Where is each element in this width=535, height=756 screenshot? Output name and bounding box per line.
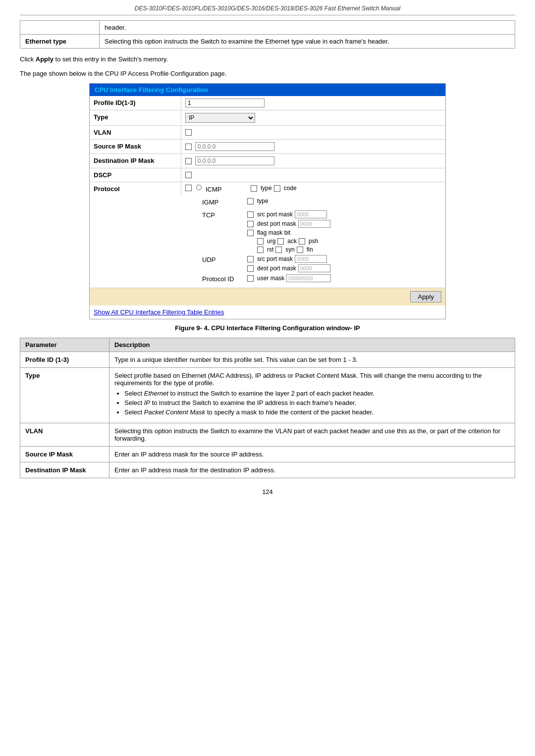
protocol-value: ICMP type code IGMP <box>181 182 445 288</box>
urg-label: urg <box>267 238 275 245</box>
igmp-name: IGMP <box>202 198 244 206</box>
source-ip-desc: Enter an IP address mask for the source … <box>109 447 515 462</box>
udp-dest-port-checkbox[interactable] <box>247 265 254 272</box>
apply-button[interactable]: Apply <box>410 291 441 302</box>
user-mask-input[interactable] <box>286 274 331 282</box>
tcp-name: TCP <box>202 210 244 219</box>
tcp-src-port-label: src port mask <box>257 211 293 218</box>
description-table: Parameter Description Profile ID (1-3) T… <box>20 338 515 478</box>
protocol-id-checkbox[interactable] <box>247 275 254 282</box>
udp-line: UDP src port mask dest port mask <box>185 255 441 272</box>
vlan-value <box>181 126 445 138</box>
dscp-value <box>181 168 445 181</box>
vlan-param: VLAN <box>20 423 109 447</box>
click-suffix: to set this entry in the Switch's memory… <box>54 55 168 63</box>
source-ip-input[interactable] <box>195 142 274 151</box>
dscp-label: DSCP <box>90 168 181 182</box>
dest-ip-mask-value <box>181 154 445 168</box>
tcp-dest-port-input[interactable] <box>298 220 330 228</box>
icmp-line: ICMP type code <box>185 185 441 196</box>
udp-dest-port-input[interactable] <box>298 264 330 272</box>
tcp-flag-label: flag mask bit <box>257 229 290 236</box>
profile-id-input[interactable] <box>185 99 265 107</box>
vlan-label: VLAN <box>90 126 181 139</box>
ethernet-type-label: Ethernet type <box>20 35 100 49</box>
source-ip-mask-label: Source IP Mask <box>90 140 181 153</box>
tcp-dest-port-label: dest port mask <box>257 220 296 227</box>
click-prefix: Click <box>20 55 36 63</box>
dest-ip-input[interactable] <box>195 156 274 165</box>
igmp-type-checkbox[interactable] <box>247 198 254 204</box>
udp-options: src port mask dest port mask <box>247 255 330 272</box>
user-mask-label: user mask <box>257 275 284 282</box>
icmp-code-checkbox[interactable] <box>274 185 280 192</box>
apply-bold: Apply <box>36 55 54 63</box>
icmp-checkbox[interactable] <box>185 185 192 191</box>
type-bullets: Select Ethernet to instruct the Switch t… <box>114 390 510 416</box>
show-all-link[interactable]: Show All CPU Interface Filtering Table E… <box>90 305 445 319</box>
page-header: DES-3010F/DES-3010FL/DES-3010G/DES-3016/… <box>20 5 515 15</box>
fin-label: fin <box>307 246 313 253</box>
dest-ip-checkbox[interactable] <box>185 158 192 164</box>
icmp-type-line: type code <box>251 185 297 192</box>
dscp-checkbox[interactable] <box>185 172 192 178</box>
profile-id-value <box>181 96 445 110</box>
vlan-checkbox[interactable] <box>185 129 192 136</box>
type-bullet-1: Select Ethernet to instruct the Switch t… <box>124 390 510 397</box>
icmp-name: ICMP <box>206 185 248 193</box>
udp-src-port-checkbox[interactable] <box>247 256 254 262</box>
tcp-dest-port-line: dest port mask <box>247 220 330 228</box>
udp-src-port-line: src port mask <box>247 255 330 263</box>
config-panel: CPU Interface Filtering Configuration Pr… <box>89 83 446 319</box>
tcp-src-port-input[interactable] <box>295 210 327 218</box>
igmp-type-label: type <box>257 198 268 204</box>
protocol-id-line: Protocol ID user mask <box>185 274 441 285</box>
tcp-flag-checkbox[interactable] <box>247 230 254 236</box>
param-header: Parameter <box>20 338 109 352</box>
config-title: CPU Interface Filtering Configuration <box>90 84 445 96</box>
profile-id-row: Profile ID(1-3) <box>90 96 445 110</box>
udp-name: UDP <box>202 255 244 263</box>
urg-checkbox[interactable] <box>257 238 264 245</box>
ack-checkbox[interactable] <box>277 238 284 245</box>
udp-dest-port-line: dest port mask <box>247 264 330 272</box>
fin-checkbox[interactable] <box>297 247 303 253</box>
dest-ip-mask-row: Destination IP Mask <box>90 154 445 168</box>
udp-src-port-input[interactable] <box>295 255 327 263</box>
type-value: IP Ethernet Packet Content Mask <box>181 110 445 125</box>
source-ip-param: Source IP Mask <box>20 447 109 462</box>
igmp-type-line: type <box>247 198 268 204</box>
protocol-id-options: user mask <box>247 274 331 282</box>
source-ip-checkbox[interactable] <box>185 144 192 150</box>
protocol-id-user-mask-line: user mask <box>247 274 331 282</box>
type-bullet-3: Select Packet Content Mask to specify a … <box>124 408 510 416</box>
type-select[interactable]: IP Ethernet Packet Content Mask <box>185 113 255 123</box>
protocol-row: Protocol ICMP type code <box>90 182 445 288</box>
tcp-flags-line2: rst syn fin <box>247 246 330 253</box>
vlan-row: VLAN <box>90 126 445 140</box>
rst-label: rst <box>267 246 273 253</box>
icmp-radio[interactable] <box>196 185 202 190</box>
rst-checkbox[interactable] <box>257 247 264 253</box>
profile-id-param: Profile ID (1-3) <box>20 352 109 368</box>
syn-checkbox[interactable] <box>275 247 282 253</box>
icmp-type-checkbox[interactable] <box>251 185 257 192</box>
psh-label: psh <box>309 238 318 245</box>
prev-desc: header. <box>100 21 515 35</box>
top-continuation-table: header. Ethernet type Selecting this opt… <box>20 20 515 49</box>
vlan-desc: Selecting this option instructs the Swit… <box>109 423 515 447</box>
type-desc: Select profile based on Ethernet (MAC Ad… <box>109 368 515 423</box>
table-row: Type Select profile based on Ethernet (M… <box>20 368 515 423</box>
psh-checkbox[interactable] <box>299 238 305 245</box>
tcp-src-port-checkbox[interactable] <box>247 211 254 218</box>
udp-src-port-label: src port mask <box>257 255 293 262</box>
table-row: VLAN Selecting this option instructs the… <box>20 423 515 447</box>
tcp-line: TCP src port mask dest port mask <box>185 210 441 253</box>
table-header-row: Parameter Description <box>20 338 515 352</box>
dest-ip-param: Destination IP Mask <box>20 462 109 478</box>
protocol-id-name: Protocol ID <box>202 274 244 283</box>
tcp-options: src port mask dest port mask flag mask b… <box>247 210 330 253</box>
tcp-dest-port-checkbox[interactable] <box>247 221 254 227</box>
tcp-flag-mask-line: flag mask bit <box>247 229 330 236</box>
dest-ip-desc: Enter an IP address mask for the destina… <box>109 462 515 478</box>
